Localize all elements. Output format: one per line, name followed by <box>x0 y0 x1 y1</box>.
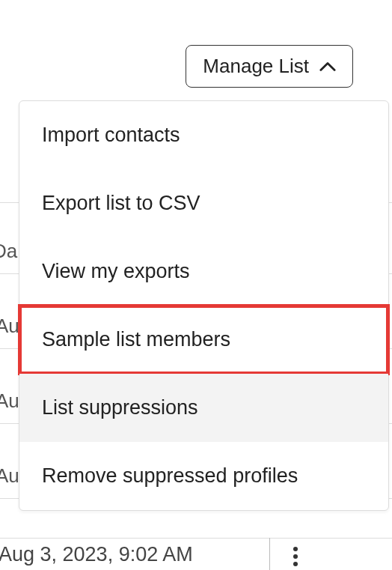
dropdown-item-label: Sample list members <box>42 328 230 351</box>
table-row-fragment: Au <box>0 464 19 488</box>
table-row-fragment: Au <box>0 315 19 338</box>
dropdown-item-export-csv[interactable]: Export list to CSV <box>19 169 388 237</box>
dropdown-item-label: Export list to CSV <box>42 192 200 214</box>
table-row-fragment: Au <box>0 389 19 413</box>
more-vertical-icon[interactable] <box>293 547 298 566</box>
table-row: Aug 3, 2023, 9:02 AM <box>0 543 392 566</box>
table-cell-date: Aug 3, 2023, 9:02 AM <box>0 543 193 566</box>
manage-list-button[interactable]: Manage List <box>186 45 353 88</box>
dropdown-item-view-exports[interactable]: View my exports <box>19 237 388 306</box>
dropdown-item-label: Remove suppressed profiles <box>42 464 298 487</box>
dropdown-item-list-suppressions[interactable]: List suppressions <box>19 374 388 442</box>
dropdown-item-label: View my exports <box>42 260 190 282</box>
table-header-date-fragment: Da <box>0 240 17 263</box>
dropdown-item-label: Import contacts <box>42 124 180 146</box>
chevron-up-icon <box>319 61 336 72</box>
table-row-border <box>0 538 392 539</box>
dropdown-item-import-contacts[interactable]: Import contacts <box>19 101 388 169</box>
manage-list-button-label: Manage List <box>203 55 309 78</box>
dropdown-item-remove-suppressed-profiles[interactable]: Remove suppressed profiles <box>19 442 388 510</box>
manage-list-dropdown: Import contacts Export list to CSV View … <box>19 100 389 511</box>
table-cell-divider <box>269 538 270 570</box>
dropdown-item-label: List suppressions <box>42 396 198 419</box>
dropdown-item-sample-list-members[interactable]: Sample list members <box>19 306 388 374</box>
